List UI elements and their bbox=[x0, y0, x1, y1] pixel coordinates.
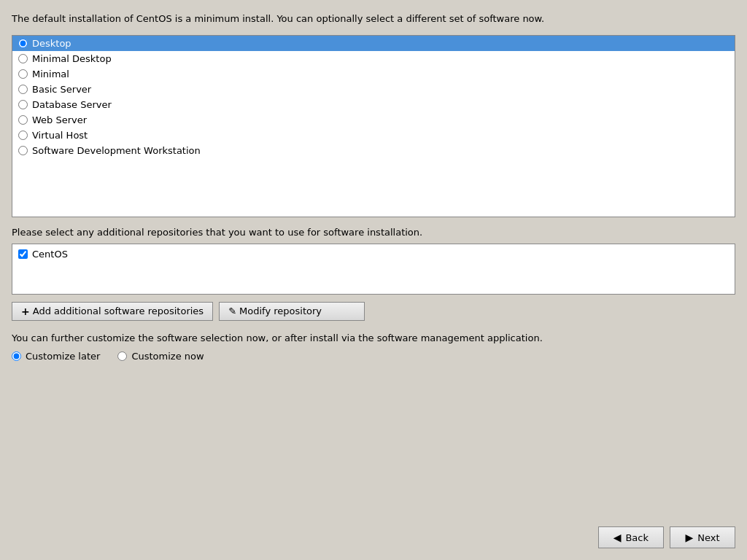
repositories-list: CentOS bbox=[12, 244, 735, 295]
customize-option-customize-now[interactable]: Customize now bbox=[117, 351, 204, 362]
radio-customize-later[interactable] bbox=[12, 351, 21, 361]
software-label-minimal-desktop: Minimal Desktop bbox=[32, 53, 112, 64]
repositories-section: Please select any additional repositorie… bbox=[12, 226, 735, 295]
radio-database-server[interactable] bbox=[18, 100, 28, 109]
software-label-web-server: Web Server bbox=[32, 114, 87, 125]
customize-section: You can further customize the software s… bbox=[12, 331, 735, 362]
main-container: The default installation of CentOS is a … bbox=[0, 0, 747, 560]
plus-icon: + bbox=[21, 306, 30, 317]
customize-radios: Customize laterCustomize now bbox=[12, 351, 735, 362]
customize-text: You can further customize the software s… bbox=[12, 331, 735, 346]
radio-virtual-host[interactable] bbox=[18, 131, 28, 140]
repositories-label: Please select any additional repositorie… bbox=[12, 226, 735, 239]
software-option-minimal[interactable]: Minimal bbox=[12, 66, 735, 82]
back-button[interactable]: ◀ Back bbox=[598, 526, 664, 548]
customize-option-customize-later[interactable]: Customize later bbox=[12, 351, 100, 362]
back-icon: ◀ bbox=[614, 532, 622, 543]
radio-software-dev-workstation[interactable] bbox=[18, 146, 28, 155]
add-repo-label: Add additional software repositories bbox=[33, 306, 204, 316]
software-option-minimal-desktop[interactable]: Minimal Desktop bbox=[12, 51, 735, 66]
software-label-software-dev-workstation: Software Development Workstation bbox=[32, 145, 201, 156]
radio-basic-server[interactable] bbox=[18, 85, 28, 94]
software-option-virtual-host[interactable]: Virtual Host bbox=[12, 128, 735, 143]
software-option-desktop[interactable]: Desktop bbox=[12, 36, 735, 51]
repo-buttons-row: + Add additional software repositories ✎… bbox=[12, 302, 735, 321]
software-option-basic-server[interactable]: Basic Server bbox=[12, 82, 735, 97]
intro-text: The default installation of CentOS is a … bbox=[12, 12, 735, 26]
next-label: Next bbox=[697, 532, 719, 543]
customize-label-customize-now: Customize now bbox=[131, 351, 204, 362]
radio-web-server[interactable] bbox=[18, 115, 28, 125]
radio-minimal-desktop[interactable] bbox=[18, 54, 28, 63]
software-label-desktop: Desktop bbox=[32, 38, 71, 49]
checkbox-centos[interactable] bbox=[18, 249, 28, 259]
software-label-database-server: Database Server bbox=[32, 99, 112, 110]
repo-item-centos[interactable]: CentOS bbox=[15, 247, 732, 261]
software-list: DesktopMinimal DesktopMinimalBasic Serve… bbox=[12, 35, 735, 217]
bottom-buttons: ◀ Back ▶ Next bbox=[12, 518, 735, 554]
next-button[interactable]: ▶ Next bbox=[670, 526, 735, 548]
software-option-database-server[interactable]: Database Server bbox=[12, 97, 735, 112]
next-icon: ▶ bbox=[685, 532, 693, 543]
radio-desktop[interactable] bbox=[18, 39, 28, 48]
software-label-minimal: Minimal bbox=[32, 69, 69, 79]
software-option-software-dev-workstation[interactable]: Software Development Workstation bbox=[12, 143, 735, 158]
customize-label-customize-later: Customize later bbox=[26, 351, 100, 362]
radio-minimal[interactable] bbox=[18, 69, 28, 79]
radio-customize-now[interactable] bbox=[117, 351, 127, 361]
back-label: Back bbox=[625, 532, 649, 543]
software-option-web-server[interactable]: Web Server bbox=[12, 112, 735, 128]
repo-label-centos: CentOS bbox=[32, 249, 68, 260]
software-label-virtual-host: Virtual Host bbox=[32, 130, 88, 141]
software-label-basic-server: Basic Server bbox=[32, 84, 91, 95]
modify-repo-button[interactable]: ✎ Modify repository bbox=[219, 302, 365, 321]
add-repo-button[interactable]: + Add additional software repositories bbox=[12, 302, 213, 321]
modify-repo-label: Modify repository bbox=[239, 306, 322, 316]
modify-icon: ✎ bbox=[228, 306, 236, 316]
